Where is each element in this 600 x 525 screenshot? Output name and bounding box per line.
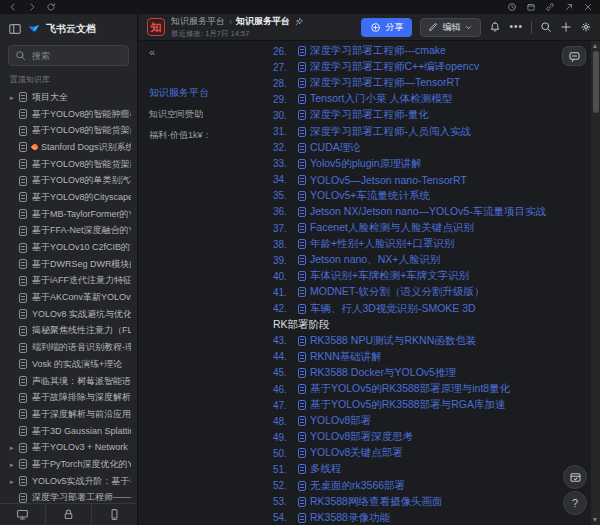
chevron-right-icon[interactable]: ▸ <box>10 461 19 468</box>
scrollbar-thumb[interactable] <box>593 51 599 113</box>
doc-list-row[interactable]: 39. Jetson nano、NX+人脸识别 <box>273 252 588 268</box>
sidebar-item[interactable]: ▸ 基于YOLOv3 + Network Slimmi... <box>0 439 137 456</box>
share-button[interactable]: 分享 <box>361 18 412 37</box>
doc-link-text[interactable]: 基于YOLOv5的RK3588部署与RGA库加速 <box>310 398 505 412</box>
link-icon[interactable] <box>545 2 555 12</box>
doc-link-text[interactable]: RK部署阶段 <box>273 318 330 332</box>
doc-link-text[interactable]: 深度学习部署工程师C++编译opencv <box>310 60 479 74</box>
comment-button[interactable] <box>562 46 586 66</box>
lock-tab[interactable] <box>45 504 91 525</box>
doc-list-row[interactable]: 48. YOLOv8部署 <box>273 413 588 429</box>
doc-list-row[interactable]: 51. 多线程 <box>273 461 588 477</box>
chevron-right-icon[interactable]: ▸ <box>10 444 19 451</box>
panel-toggle-icon[interactable] <box>8 22 22 36</box>
desktop-tab[interactable] <box>0 504 45 525</box>
doc-list-row[interactable]: 34. YOLOv5—Jetson nano-TensorRT <box>273 172 588 188</box>
sidebar-item[interactable]: ▸ 基于故障排除与深度解析的ORB... <box>0 389 137 406</box>
doc-list-row[interactable]: 42. 车辆、行人3D视觉识别-SMOKE 3D <box>273 301 588 317</box>
doc-link-text[interactable]: RK3588 Docker与YOLOv5推理 <box>310 366 456 380</box>
doc-list-row[interactable]: 26. 深度学习部署工程师---cmake <box>273 43 588 59</box>
chevron-right-icon[interactable]: ▸ <box>10 478 19 485</box>
doc-list-row[interactable]: 30. 深度学习部署工程师-量化 <box>273 107 588 123</box>
doc-link-text[interactable]: RK3588录像功能 <box>310 511 390 525</box>
gear-icon[interactable] <box>580 21 592 33</box>
add-icon[interactable] <box>560 21 572 33</box>
scroll-down-icon[interactable] <box>593 518 597 522</box>
collapse-panel-button[interactable]: « <box>149 47 263 58</box>
sidebar-item[interactable]: ▸ 基于YOLOv8的单类别汽车检测... <box>0 172 137 189</box>
doc-link-text[interactable]: CUDA理论 <box>310 141 361 155</box>
doc-link-text[interactable]: YOLOv5+车流量统计系统 <box>310 189 430 203</box>
doc-link-text[interactable]: 车体识别+车牌检测+车牌文字识别 <box>310 269 469 283</box>
doc-list-row[interactable]: 36. Jetson NX/Jetson nano—YOLOv5-车流量项目实战 <box>273 204 588 220</box>
scroll-up-icon[interactable] <box>593 44 597 48</box>
doc-link-text[interactable]: Facenet人脸检测与人脸关键点识别 <box>310 221 474 235</box>
refresh-icon[interactable] <box>46 2 56 12</box>
sidebar-item[interactable]: ▸ 基于FFA-Net深度融合的YOLOv8... <box>0 223 137 240</box>
doc-link-text[interactable]: MODNET-软分割（语义分割升级版） <box>310 285 484 299</box>
doc-link-text[interactable]: 深度学习部署工程师-人员闯入实战 <box>310 125 471 139</box>
edit-button[interactable]: 编辑 <box>420 18 481 37</box>
sidebar-item[interactable]: ▸ 揭秘聚焦线性注意力（FLA）：... <box>0 323 137 340</box>
doc-link-text[interactable]: YOLOv5—Jetson nano-TensorRT <box>310 174 467 186</box>
doc-list-row[interactable]: 49. YOLOv8部署深度思考 <box>273 429 588 445</box>
doc-link-text[interactable]: 年龄+性别+人脸识别+口罩识别 <box>310 237 454 251</box>
doc-list-row[interactable]: 52. 无桌面的rk3566部署 <box>273 478 588 494</box>
doc-list-row[interactable]: 45. RK3588 Docker与YOLOv5推理 <box>273 365 588 381</box>
sidebar-item[interactable]: ▸ 基于iAFF迭代注意力特征融合模... <box>0 273 137 290</box>
sidebar-item[interactable]: ▸ 基于3D Gaussian Splatting与3D... <box>0 423 137 440</box>
doc-link-text[interactable]: 深度学习部署工程师---cmake <box>310 44 446 58</box>
close-icon[interactable] <box>583 2 593 12</box>
help-button[interactable]: ? <box>563 491 587 515</box>
doc-link-text[interactable]: 深度学习部署工程师—TensorRT <box>310 76 460 90</box>
sidebar-item[interactable]: ▸ 基于YOLOv8的智能货架商品检... <box>0 156 137 173</box>
pin-icon[interactable] <box>294 17 304 27</box>
doc-list-row[interactable]: 50. YOLOv8关键点部署 <box>273 445 588 461</box>
sidebar-item[interactable]: ▸ 基于YOLOv10 C2fCIB的YOLOv8... <box>0 239 137 256</box>
doc-link-text[interactable]: 车辆、行人3D视觉识别-SMOKE 3D <box>310 302 476 316</box>
back-icon[interactable] <box>8 2 18 12</box>
doc-list-row[interactable]: 40. 车体识别+车牌检测+车牌文字识别 <box>273 268 588 284</box>
sidebar-item[interactable]: ▸ YOLOv8 实战避坑与优化：AP ... <box>0 306 137 323</box>
doc-link-text[interactable]: YOLOv8部署 <box>310 414 371 428</box>
doc-list-row[interactable]: 27. 深度学习部署工程师C++编译opencv <box>273 59 588 75</box>
forward-icon[interactable] <box>27 2 37 12</box>
doc-link-text[interactable]: Tensort入门小菜 人体检测模型 <box>310 92 452 106</box>
breadcrumb-current[interactable]: 知识服务平台 <box>236 15 290 28</box>
doc-link-text[interactable]: Yolov5的plugin原理讲解 <box>310 157 422 171</box>
sidebar-item[interactable]: ▸ 基于深度解析与前沿应用拓展的... <box>0 406 137 423</box>
doc-link-text[interactable]: Jetson NX/Jetson nano—YOLOv5-车流量项目实战 <box>310 205 546 219</box>
sidebar-item[interactable]: ▸ 项目大全 <box>0 89 137 106</box>
sidebar-item[interactable]: ▸ 基于YOLOv8的Cityscapes数据集... <box>0 189 137 206</box>
sidebar-item[interactable]: ▸ 基于YOLOv8的智能肿瘤检测系... <box>0 106 137 123</box>
chevron-right-icon[interactable]: ▸ <box>10 94 19 101</box>
sidebar-item[interactable]: ▸ 深度学习部署工程师——cmake <box>0 490 137 504</box>
widget-button[interactable] <box>563 465 587 489</box>
doc-list-row[interactable]: RK部署阶段 <box>273 317 588 333</box>
sidebar-item[interactable]: ▸ 基于AKConv革新YOLOv8：构建... <box>0 289 137 306</box>
sidebar-item[interactable]: ▸ 基于PyTorch深度优化的YOLOv8... <box>0 456 137 473</box>
search-box[interactable] <box>8 45 129 66</box>
doc-list-row[interactable]: 43. RK3588 NPU测试与RKNN函数包装 <box>273 333 588 349</box>
doc-link-text[interactable]: 深度学习部署工程师-量化 <box>310 108 429 122</box>
doc-list-row[interactable]: 31. 深度学习部署工程师-人员闯入实战 <box>273 123 588 139</box>
clock-icon[interactable] <box>507 2 517 12</box>
doc-link-text[interactable]: YOLOv8关键点部署 <box>310 446 403 460</box>
sidebar-item[interactable]: ▸ 声临其境：树莓派智能语音助手... <box>0 373 137 390</box>
search-input[interactable] <box>30 50 120 62</box>
breadcrumb-parent[interactable]: 知识服务平台 <box>171 15 225 28</box>
window-icon[interactable] <box>526 2 536 12</box>
doc-list-row[interactable]: 29. Tensort入门小菜 人体检测模型 <box>273 91 588 107</box>
sidebar-item[interactable]: ▸ Stanford Dogs识别系统：基... <box>0 139 137 156</box>
doc-list-row[interactable]: 41. MODNET-软分割（语义分割升级版） <box>273 284 588 300</box>
doc-list-row[interactable]: 28. 深度学习部署工程师—TensorRT <box>273 75 588 91</box>
doc-list-row[interactable]: 32. CUDA理论 <box>273 140 588 156</box>
sidebar-item[interactable]: ▸ YOLOv5实战升阶：基于半监督... <box>0 473 137 490</box>
scrollbar[interactable] <box>591 41 600 525</box>
doc-search-icon[interactable] <box>540 21 552 33</box>
doc-list-row[interactable]: 38. 年龄+性别+人脸识别+口罩识别 <box>273 236 588 252</box>
doc-link-text[interactable]: Jetson nano、NX+人脸识别 <box>310 253 440 267</box>
doc-link-text[interactable]: RK3588 NPU测试与RKNN函数包装 <box>310 334 476 348</box>
doc-link-text[interactable]: 多线程 <box>310 462 342 476</box>
doc-list-row[interactable]: 47. 基于YOLOv5的RK3588部署与RGA库加速 <box>273 397 588 413</box>
